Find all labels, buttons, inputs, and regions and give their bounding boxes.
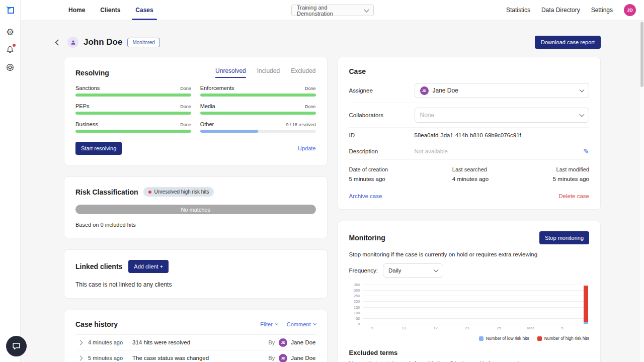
chevron-down-icon	[434, 267, 439, 273]
comment-dropdown[interactable]: Comment	[287, 321, 316, 327]
app-logo[interactable]	[5, 5, 16, 16]
nav-statistics[interactable]: Statistics	[506, 7, 530, 14]
frequency-value: Daily	[388, 267, 401, 274]
risk-classification-card: Risk Classification Unresolved high risk…	[64, 176, 328, 238]
chart-bar	[584, 322, 588, 324]
main-content: John Doe Monitored Download case report …	[21, 21, 644, 362]
assignee-select[interactable]: JD Jane Doe	[415, 83, 590, 98]
chart-legend: Number of low risk hits Number of high r…	[349, 336, 590, 341]
top-nav: Home Clients Cases Training and Demonstr…	[21, 0, 644, 21]
linked-clients-card: Linked clients Add client + This case is…	[64, 249, 328, 299]
progress-fill	[200, 130, 258, 133]
stop-monitoring-button[interactable]: Stop monitoring	[539, 231, 589, 244]
progress-bar	[75, 130, 191, 133]
chevron-down-icon	[364, 7, 369, 12]
environment-selector[interactable]: Training and Demonstration	[291, 5, 374, 16]
history-row[interactable]: 4 minutes ago 314 hits were resolved By …	[75, 334, 316, 350]
frequency-select[interactable]: Daily	[383, 263, 443, 278]
gridline	[363, 285, 590, 285]
collaborators-select[interactable]: None	[415, 108, 590, 123]
nav-home[interactable]: Home	[61, 0, 93, 20]
update-link[interactable]: Update	[298, 145, 315, 151]
case-history-title: Case history	[75, 320, 118, 328]
chat-bubble-button[interactable]	[6, 336, 27, 356]
gridline	[363, 307, 590, 308]
nav-settings[interactable]: Settings	[591, 7, 613, 14]
bell-icon[interactable]	[4, 43, 17, 56]
y-tick-label: 250	[354, 294, 360, 298]
monitoring-card: Monitoring Stop monitoring Stop monitori…	[338, 221, 601, 362]
progress-item: Other9 / 18 resolved	[200, 121, 316, 133]
y-tick-label: 50	[356, 316, 360, 320]
x-tick-label: 9	[371, 326, 373, 330]
y-tick-label: 0	[358, 322, 360, 326]
history-user-avatar: JD	[279, 354, 287, 362]
add-client-button[interactable]: Add client +	[128, 260, 169, 273]
linked-clients-empty-text: This case is not linked to any clients	[75, 281, 316, 288]
top-right-nav: Statistics Data Directory Settings JD	[506, 4, 644, 16]
start-resolving-button[interactable]: Start resolving	[75, 142, 122, 155]
progress-grid: SanctionsDone EnforcementsDone PEPsDone …	[75, 85, 316, 133]
resolving-tabs: Unresolved Included Excluded	[215, 67, 315, 78]
tab-included[interactable]: Included	[257, 67, 280, 78]
history-time: 5 minutes ago	[88, 355, 132, 361]
progress-item: SanctionsDone	[75, 85, 191, 97]
gridline	[363, 318, 590, 319]
case-links: Archive case Delete case	[349, 193, 590, 199]
id-row: ID 58ea0afd-3da1-414b-b810-69b9c076c91f	[349, 128, 590, 143]
scrollbar-thumb[interactable]	[640, 22, 643, 87]
chevron-right-icon[interactable]	[78, 340, 83, 345]
category-label: Media	[200, 103, 215, 109]
download-case-report-button[interactable]: Download case report	[535, 36, 601, 49]
delete-case-link[interactable]: Delete case	[558, 193, 589, 199]
risk-title: Risk Classification	[75, 188, 138, 196]
nav-cases[interactable]: Cases	[128, 0, 160, 20]
filter-dropdown[interactable]: Filter	[260, 321, 277, 327]
gridline	[363, 313, 590, 313]
left-column: Resolving Unresolved Included Excluded S…	[64, 57, 328, 362]
nav-clients[interactable]: Clients	[93, 0, 128, 20]
page-title: John Doe	[84, 37, 122, 47]
back-button[interactable]	[55, 39, 61, 46]
progress-bar	[200, 112, 316, 115]
tab-excluded[interactable]: Excluded	[291, 67, 315, 78]
monitoring-chart: 050100150200250300350 913172125Mar5	[349, 285, 590, 333]
category-label: PEPs	[75, 103, 90, 109]
chevron-down-icon	[580, 87, 585, 93]
comment-label: Comment	[287, 321, 311, 327]
nav-data-directory[interactable]: Data Directory	[541, 7, 580, 14]
edit-pencil-icon[interactable]: ✎	[583, 148, 589, 155]
support-icon[interactable]	[4, 61, 17, 74]
archive-case-link[interactable]: Archive case	[349, 193, 382, 199]
gear-icon[interactable]: ⚙	[4, 26, 17, 39]
chevron-down-icon	[580, 112, 585, 117]
x-tick-label: 21	[465, 326, 469, 330]
gridline	[363, 290, 590, 291]
progress-bar	[200, 94, 316, 97]
risk-badge: Unresolved high risk hits	[143, 187, 214, 197]
category-label: Business	[75, 121, 98, 127]
category-status: Done	[305, 104, 316, 109]
chevron-down-icon	[312, 322, 316, 325]
tab-unresolved[interactable]: Unresolved	[215, 67, 246, 78]
category-status: Done	[180, 122, 191, 127]
legend-swatch-blue	[479, 336, 484, 341]
user-avatar[interactable]: JD	[624, 4, 636, 16]
category-status: 9 / 18 resolved	[286, 122, 315, 127]
history-row[interactable]: 5 minutes ago The case status was change…	[75, 350, 316, 362]
case-id-value: 58ea0afd-3da1-414b-b810-69b9c076c91f	[415, 132, 521, 138]
progress-fill	[75, 112, 191, 115]
monitoring-title: Monitoring	[349, 234, 385, 242]
chart-plot	[363, 285, 590, 324]
progress-bar	[75, 94, 191, 97]
legend-low-risk: Number of low risk hits	[479, 336, 529, 341]
date-label: Date of creation	[349, 166, 388, 172]
scrollbar-track[interactable]	[639, 21, 644, 362]
category-label: Other	[200, 121, 214, 127]
progress-item: BusinessDone	[75, 121, 191, 133]
chevron-right-icon[interactable]	[78, 355, 83, 360]
person-avatar-icon	[67, 37, 78, 48]
category-status: Done	[305, 86, 316, 91]
page-header: John Doe Monitored Download case report	[56, 36, 601, 49]
y-tick-label: 350	[354, 283, 360, 287]
